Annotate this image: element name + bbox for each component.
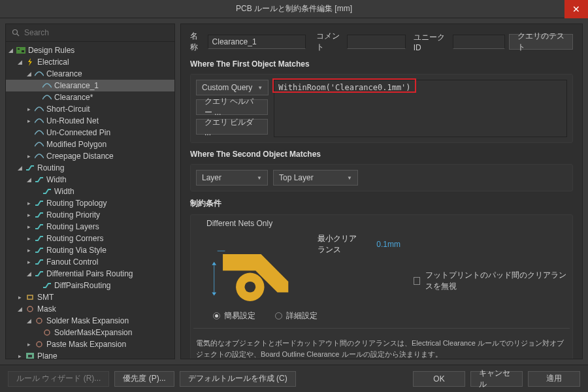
- tree-item-selected[interactable]: Clearance_1: [6, 80, 174, 91]
- detail-mode-radio[interactable]: 詳細設定: [275, 310, 318, 321]
- layers-icon: [35, 223, 44, 231]
- chevron-down-icon: ▼: [257, 85, 263, 91]
- tree-item[interactable]: Un-Connected Pin: [6, 127, 174, 139]
- priority-button[interactable]: 優先度 (P)...: [114, 371, 174, 387]
- rule-wizard-button[interactable]: ルール ウィザード (R)...: [8, 371, 109, 387]
- search-input[interactable]: [24, 28, 169, 37]
- tree-cat-routing[interactable]: ◢Routing: [6, 162, 174, 174]
- test-query-button[interactable]: クエリのテスト: [509, 34, 573, 50]
- query-text: WithinRoom('Clearance0.1mm'): [278, 83, 410, 92]
- chevron-down-icon: ▼: [257, 175, 262, 181]
- chevron-down-icon: ▼: [347, 175, 352, 181]
- fanout-icon: [35, 258, 44, 266]
- tree-cat-mask[interactable]: ◢Mask: [6, 303, 174, 315]
- tree-item[interactable]: ◢Solder Mask Expansion: [6, 315, 174, 327]
- svg-rect-4: [22, 50, 24, 52]
- clearance-diagram: [206, 232, 304, 304]
- default-rules-button[interactable]: デフォルトルールを作成 (C): [180, 371, 296, 387]
- layer-select-dropdown[interactable]: Top Layer▼: [273, 170, 358, 186]
- svg-point-17: [244, 282, 255, 293]
- paste-icon: [35, 340, 44, 348]
- ignore-fp-label: フットプリントのパッド間のクリアランスを無視: [425, 270, 570, 292]
- tree-item[interactable]: ▸Un-Routed Net: [6, 115, 174, 127]
- rules-icon: [16, 46, 25, 54]
- tree-item[interactable]: ▸Short-Circuit: [6, 103, 174, 115]
- radio-dot-icon: [213, 312, 220, 319]
- tree-item[interactable]: ▸Routing Via Style: [6, 244, 174, 256]
- ok-button[interactable]: OK: [413, 371, 465, 387]
- tree-root[interactable]: ◢Design Rules: [6, 44, 174, 56]
- title-bar: PCB ルールと制約条件編集 [mm] ✕: [0, 0, 588, 18]
- constraint-group: Different Nets Only: [190, 214, 573, 359]
- radio-dot-icon: [275, 312, 282, 319]
- constraint-header: 制約条件: [190, 198, 573, 209]
- solderrule-icon: [42, 329, 52, 336]
- tree-item[interactable]: ▸Routing Layers: [6, 221, 174, 233]
- tree-item[interactable]: ◢Width: [6, 174, 174, 186]
- tree-item[interactable]: Modified Polygon: [6, 139, 174, 150]
- uid-input[interactable]: [453, 35, 505, 49]
- cancel-button[interactable]: キャンセル: [470, 371, 523, 387]
- constraint-note: 電気的なオブジェクトとボードカットアウト間のクリアランスは、Electrical…: [193, 335, 570, 359]
- query-builder-button[interactable]: クエリ ビルダ ...: [196, 119, 268, 135]
- polygon-icon: [35, 140, 44, 148]
- footer-bar: ルール ウィザード (R)... 優先度 (P)... デフォルトルールを作成 …: [0, 365, 588, 392]
- tree-cat-electrical[interactable]: ◢Electrical: [6, 56, 174, 68]
- first-match-group: Custom Query▼ クエリ ヘルパー ... クエリ ビルダ ... W…: [190, 74, 573, 143]
- tree-item[interactable]: ◢Clearance: [6, 68, 174, 80]
- apply-button[interactable]: 適用: [528, 371, 580, 387]
- tree-cat-smt[interactable]: ▸SMT: [6, 291, 174, 303]
- tree-item[interactable]: DiffPairsRouting: [6, 280, 174, 291]
- svg-point-6: [27, 306, 33, 312]
- tree-item[interactable]: ▸Routing Priority: [6, 209, 174, 221]
- simple-mode-radio[interactable]: 簡易設定: [213, 310, 255, 321]
- svg-point-8: [44, 330, 50, 335]
- solder-icon: [35, 317, 44, 325]
- tree-item[interactable]: SolderMaskExpansion: [6, 327, 174, 338]
- pin-icon: [35, 129, 44, 137]
- match-type-dropdown[interactable]: Custom Query▼: [196, 80, 269, 95]
- unrouted-icon: [35, 117, 44, 125]
- tree-item[interactable]: ▸Fanout Control: [6, 256, 174, 268]
- layer-scope-dropdown[interactable]: Layer▼: [196, 170, 268, 186]
- priority-icon: [35, 211, 44, 219]
- query-textarea[interactable]: WithinRoom('Clearance0.1mm'): [274, 80, 567, 137]
- svg-point-9: [37, 342, 42, 347]
- svg-point-7: [37, 318, 42, 323]
- min-clearance-label: 最小クリアランス: [318, 233, 363, 255]
- ignore-fp-checkbox[interactable]: [414, 277, 420, 285]
- smt-icon: [25, 293, 35, 301]
- tree-item[interactable]: Clearance*: [6, 91, 174, 103]
- mask-icon: [25, 305, 35, 313]
- rule-icon: [42, 93, 52, 101]
- comment-label: コメント: [316, 31, 343, 53]
- comment-input[interactable]: [347, 35, 406, 49]
- min-clearance-value[interactable]: 0.1mm: [376, 240, 400, 249]
- rule-icon: [42, 82, 52, 90]
- tree-item[interactable]: ◢Differential Pairs Routing: [6, 268, 174, 280]
- tree-item[interactable]: ▸Paste Mask Expansion: [6, 338, 174, 350]
- tree-item[interactable]: Width: [6, 186, 174, 197]
- tree-item[interactable]: ▸Routing Corners: [6, 233, 174, 244]
- tree-item[interactable]: ▸Routing Topology: [6, 197, 174, 209]
- svg-rect-11: [28, 355, 32, 357]
- second-match-group: Layer▼ Top Layer▼: [190, 164, 573, 191]
- svg-point-0: [13, 30, 18, 35]
- width-rule-icon: [42, 188, 52, 195]
- diffrule-icon: [42, 282, 52, 289]
- divider: [193, 328, 570, 329]
- tree-cat-plane[interactable]: ▸Plane: [6, 350, 174, 359]
- right-panel: 名称 コメント ユニーク ID クエリのテスト Where The First …: [180, 24, 583, 359]
- diff-nets-dropdown[interactable]: Different Nets Only: [206, 219, 570, 228]
- close-button[interactable]: ✕: [564, 0, 588, 18]
- rules-tree[interactable]: ◢Design Rules ◢Electrical ◢Clearance Cle…: [6, 42, 174, 359]
- query-helper-button[interactable]: クエリ ヘルパー ...: [196, 99, 268, 115]
- search-icon: [11, 29, 20, 37]
- search-bar: [6, 24, 174, 42]
- name-input[interactable]: [208, 35, 306, 49]
- first-match-header: Where The First Object Matches: [190, 59, 573, 69]
- topo-icon: [35, 199, 44, 207]
- svg-line-1: [17, 34, 19, 36]
- window-title: PCB ルールと制約条件編集 [mm]: [236, 3, 352, 14]
- tree-item[interactable]: ▸Creepage Distance: [6, 150, 174, 162]
